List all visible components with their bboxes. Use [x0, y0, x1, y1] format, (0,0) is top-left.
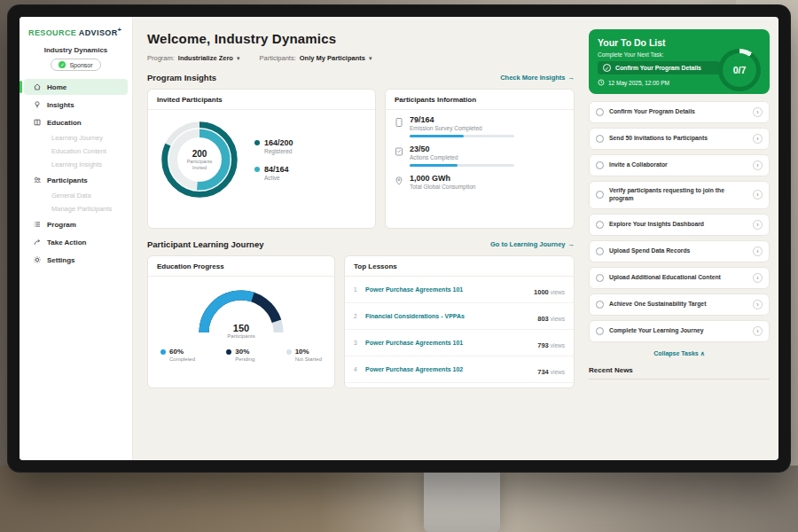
completed-dot — [160, 349, 166, 355]
todo-panel: Your To Do List Complete Your Next Task:… — [585, 17, 778, 460]
gear-icon — [33, 255, 42, 264]
task-row[interactable]: Complete Your Learning Journey › — [589, 320, 770, 342]
home-icon — [33, 82, 42, 91]
chevron-right-icon[interactable]: › — [753, 160, 763, 170]
legend-completed: 60%Completed — [160, 348, 195, 362]
registered-dot — [254, 140, 260, 145]
task-checkbox[interactable] — [596, 274, 604, 282]
chevron-right-icon[interactable]: › — [753, 190, 763, 200]
sidebar-item-program[interactable]: Program — [24, 216, 128, 232]
emission-progress-bar — [410, 135, 514, 137]
invited-participants-card: Invited Participants 200 Participants In… — [147, 89, 376, 229]
lesson-row[interactable]: 5 Power Purchase Agreements 103 600views — [345, 383, 574, 388]
todo-progress-ring: 0/7 — [718, 49, 761, 91]
invited-donut-chart: 200 Participants Invited — [157, 117, 242, 202]
org-name: Industry Dynamics — [20, 46, 132, 54]
chevron-right-icon[interactable]: › — [753, 107, 763, 117]
monitor-stand — [424, 468, 500, 532]
sidebar-nav: Home Insights Education Learning Journey… — [20, 78, 132, 269]
task-row[interactable]: Send 50 Invitations to Participants › — [589, 128, 770, 150]
legend-pending: 30%Pending — [226, 348, 254, 362]
check-circle-icon: ✓ — [603, 64, 611, 72]
book-icon — [33, 118, 42, 127]
sidebar-item-participants[interactable]: Participants — [24, 172, 128, 188]
education-legend: 60%Completed 30%Pending 10%Not Started — [148, 339, 334, 362]
program-dropdown[interactable]: Program: Industrialize Zero ▾ — [147, 54, 239, 62]
chevron-right-icon[interactable]: › — [753, 326, 763, 336]
learning-cards-row: Education Progress 150 Participants — [147, 255, 575, 388]
education-progress-card: Education Progress 150 Participants — [147, 255, 335, 388]
people-icon — [33, 176, 42, 184]
task-list: Confirm Your Program Details › Send 50 I… — [589, 101, 770, 363]
todo-card: Your To Do List Complete Your Next Task:… — [589, 29, 770, 94]
consumption-row: 1,000 GWh Total Global Consumption — [395, 174, 565, 190]
chevron-right-icon[interactable]: › — [753, 273, 763, 283]
next-task-row[interactable]: ✓ Confirm Your Program Details — [598, 61, 720, 74]
collapse-tasks-link[interactable]: Collapse Tasks ∧ — [589, 347, 770, 363]
task-row[interactable]: Achieve One Sustainability Target › — [589, 293, 770, 316]
sponsor-badge[interactable]: ✓ Sponsor — [51, 59, 100, 71]
sidebar-item-general-data[interactable]: General Data — [24, 189, 128, 202]
recent-news-header: Recent News — [589, 366, 770, 379]
sidebar-item-learning-journey[interactable]: Learning Journey — [24, 131, 128, 145]
participants-information-card: Participants Information 79/164 Emission… — [385, 89, 575, 229]
task-checkbox[interactable] — [596, 108, 604, 116]
actions-completed-row: 23/50 Actions Completed — [395, 145, 565, 167]
task-row[interactable]: Explore Your Insights Dashboard › — [589, 214, 770, 236]
task-checkbox[interactable] — [596, 301, 604, 309]
lesson-row[interactable]: 1 Power Purchase Agreements 101 1000view… — [345, 277, 574, 303]
top-lessons-card: Top Lessons 1 Power Purchase Agreements … — [344, 255, 575, 388]
participants-dropdown[interactable]: Participants: Only My Participants ▾ — [259, 54, 372, 62]
task-row[interactable]: Invite a Collaborator › — [589, 154, 770, 176]
education-gauge-chart: 150 Participants — [192, 284, 291, 339]
sidebar-item-home[interactable]: Home — [24, 79, 128, 95]
learning-journey-header: Participant Learning Journey Go to Learn… — [147, 239, 575, 249]
active-dot — [254, 167, 260, 172]
main-content: Welcome, Industry Dynamics Program: Indu… — [133, 17, 585, 460]
action-arrow-icon — [33, 238, 42, 246]
sponsor-badge-wrap: ✓ Sponsor — [20, 59, 132, 71]
survey-icon — [395, 117, 403, 128]
page-title: Welcome, Industry Dynamics — [147, 31, 575, 46]
program-insights-header: Program Insights Check More Insights→ — [147, 73, 575, 82]
chevron-right-icon[interactable]: › — [753, 220, 763, 230]
legend-registered: 164/200Registered — [254, 138, 293, 154]
task-checkbox[interactable] — [596, 327, 604, 335]
sidebar-item-take-action[interactable]: Take Action — [24, 234, 128, 250]
sidebar-item-insights[interactable]: Insights — [24, 97, 128, 113]
sidebar-item-learning-insights[interactable]: Learning Insights — [24, 158, 128, 171]
task-row[interactable]: Upload Additional Educational Content › — [589, 267, 770, 289]
lesson-row[interactable]: 2 Financial Considerations - VPPAs 803vi… — [345, 303, 574, 330]
task-checkbox[interactable] — [596, 161, 604, 169]
check-more-insights-link[interactable]: Check More Insights→ — [500, 74, 575, 82]
task-checkbox[interactable] — [596, 191, 604, 199]
task-checkbox[interactable] — [596, 247, 604, 255]
dashboard-screen: RESOURCE ADVISOR+ Industry Dynamics ✓ Sp… — [20, 17, 778, 460]
chevron-down-icon: ▾ — [369, 55, 372, 62]
go-to-learning-journey-link[interactable]: Go to Learning Journey→ — [490, 240, 575, 248]
task-checkbox[interactable] — [596, 135, 604, 143]
arrow-right-icon: → — [568, 74, 575, 82]
sidebar-item-education[interactable]: Education — [24, 114, 128, 130]
chevron-right-icon[interactable]: › — [753, 134, 763, 144]
desk-background — [0, 466, 798, 532]
list-icon — [33, 220, 42, 229]
sidebar-item-education-content[interactable]: Education Content — [24, 145, 128, 158]
legend-not-started: 10%Not Started — [286, 348, 322, 362]
lightbulb-icon — [33, 100, 42, 109]
lesson-row[interactable]: 4 Power Purchase Agreements 102 734views — [345, 356, 574, 383]
lesson-row[interactable]: 3 Power Purchase Agreements 101 793views — [345, 330, 574, 356]
chevron-right-icon[interactable]: › — [753, 300, 763, 309]
clock-icon — [598, 79, 605, 86]
chevron-right-icon[interactable]: › — [753, 246, 763, 256]
filters-row: Program: Industrialize Zero ▾ Participan… — [147, 54, 575, 62]
task-row[interactable]: Upload Spend Data Records › — [589, 240, 770, 262]
sidebar-item-settings[interactable]: Settings — [24, 252, 128, 268]
sidebar: RESOURCE ADVISOR+ Industry Dynamics ✓ Sp… — [20, 17, 133, 460]
task-row[interactable]: Confirm Your Program Details › — [589, 101, 770, 123]
task-row[interactable]: Verify participants requesting to join t… — [589, 181, 770, 209]
sponsor-icon: ✓ — [59, 61, 66, 68]
task-checkbox[interactable] — [596, 221, 604, 229]
sidebar-item-manage-participants[interactable]: Manage Participants — [24, 202, 128, 215]
pending-dot — [226, 349, 231, 355]
